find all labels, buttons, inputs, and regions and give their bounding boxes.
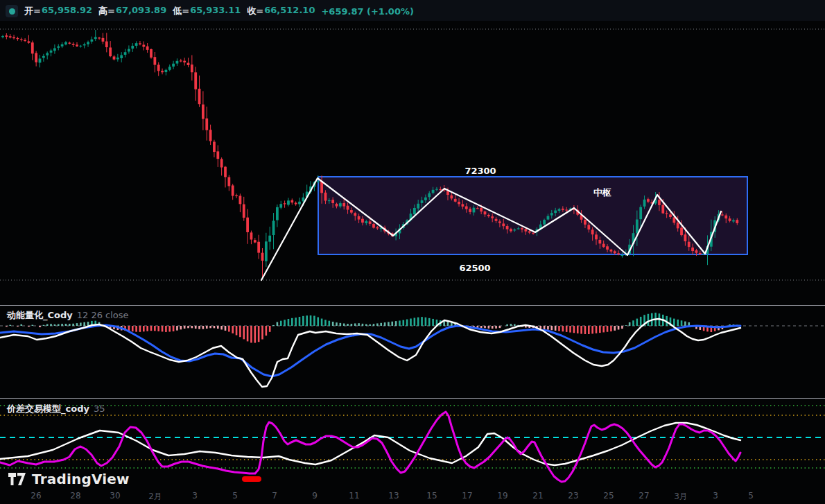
time-axis-label: 5	[748, 491, 754, 501]
time-axis-label: 27	[639, 491, 649, 501]
box-bottom-price-label: 62500	[459, 263, 490, 273]
time-axis-label: 5	[232, 491, 238, 501]
tradingview-chart-window: 开=65,958.92 高=67,093.89 低=65,933.11 收=66…	[0, 0, 825, 504]
time-axis-label: 3	[713, 491, 718, 501]
tradingview-watermark[interactable]: TradingView	[8, 471, 130, 487]
time-axis-label: 30	[110, 491, 120, 501]
time-axis-label: 2月	[148, 491, 162, 503]
time-axis-label: 21	[532, 491, 543, 501]
time-axis-label: 28	[70, 491, 80, 501]
zhongshu-label: 中枢	[593, 186, 611, 199]
tradingview-logo-icon	[8, 472, 26, 486]
time-axis-label: 13	[388, 491, 399, 501]
time-axis-label: 7	[272, 491, 277, 501]
time-axis-label: 23	[568, 491, 578, 501]
ohlc-open: 开=65,958.92	[24, 5, 92, 17]
box-top-price-label: 72300	[464, 166, 496, 176]
chart-surface[interactable]	[0, 0, 825, 504]
time-axis-label: 26	[31, 491, 41, 501]
red-signal-marker[interactable]	[242, 476, 261, 482]
time-axis-label: 19	[497, 491, 507, 501]
time-axis-label: 15	[426, 491, 437, 501]
ohlc-low: 低=65,933.11	[173, 5, 241, 17]
indicator-title-spread[interactable]: 价差交易模型_cody 35	[7, 403, 105, 415]
tradingview-logo-text: TradingView	[32, 471, 130, 487]
time-axis-label: 25	[603, 491, 614, 501]
time-axis-label: 3月	[674, 491, 688, 503]
ohlc-high: 高=67,093.89	[98, 5, 166, 17]
time-axis-label: 3	[192, 491, 198, 501]
time-axis-label: 11	[349, 491, 359, 501]
ohlc-close: 收=66,512.10	[247, 5, 315, 17]
indicator-title-momentum[interactable]: 动能量化_Cody 12 26 close	[7, 309, 129, 322]
series-marker-chip	[6, 5, 18, 17]
ohlc-change: +659.87 (+1.00%)	[321, 6, 413, 17]
time-axis-label: 17	[462, 491, 472, 501]
series-marker-icon	[9, 8, 15, 15]
ohlc-legend[interactable]: 开=65,958.92 高=67,093.89 低=65,933.11 收=66…	[6, 5, 414, 17]
time-axis[interactable]: 2628302月35791113151719212325273月35	[0, 489, 825, 504]
time-axis-label: 9	[312, 491, 318, 501]
